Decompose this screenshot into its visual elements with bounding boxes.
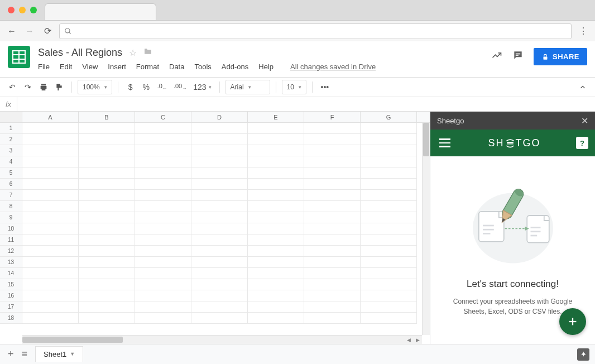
chevron-down-icon[interactable]: ▼ — [70, 351, 75, 357]
cell[interactable] — [79, 190, 135, 201]
cell[interactable] — [361, 123, 417, 134]
cell[interactable] — [304, 301, 361, 313]
cell[interactable] — [248, 123, 304, 134]
document-title[interactable]: Sales - All Regions — [38, 47, 122, 59]
cell[interactable] — [191, 246, 248, 257]
cell[interactable] — [248, 156, 304, 167]
scrollbar-thumb[interactable] — [22, 337, 123, 343]
save-status[interactable]: All changes saved in Drive — [290, 63, 376, 71]
cell[interactable] — [304, 290, 361, 301]
print-button[interactable] — [37, 80, 50, 94]
cell[interactable] — [248, 190, 304, 201]
cell[interactable] — [22, 279, 79, 290]
row-header[interactable]: 9 — [0, 212, 22, 223]
cell[interactable] — [135, 201, 191, 212]
col-header[interactable]: C — [135, 112, 191, 122]
comments-icon[interactable] — [512, 50, 524, 64]
cell[interactable] — [22, 313, 79, 324]
row-header[interactable]: 3 — [0, 145, 22, 156]
cell[interactable] — [79, 268, 135, 279]
cell[interactable] — [22, 268, 79, 279]
window-maximize-icon[interactable] — [30, 7, 37, 13]
col-header[interactable]: B — [79, 112, 135, 122]
select-all-corner[interactable] — [0, 112, 22, 122]
cell[interactable] — [135, 212, 191, 223]
cell[interactable] — [22, 156, 79, 167]
add-sheet-button[interactable]: + — [8, 348, 14, 360]
scroll-right-button[interactable]: ▶ — [413, 336, 422, 344]
cell[interactable] — [191, 156, 248, 167]
back-button[interactable]: ← — [6, 26, 18, 36]
cell[interactable] — [22, 179, 79, 190]
cell[interactable] — [79, 246, 135, 257]
cell[interactable] — [191, 167, 248, 179]
vertical-scrollbar[interactable] — [422, 123, 430, 335]
font-select[interactable]: Arial — [225, 80, 270, 94]
cell[interactable] — [304, 313, 361, 324]
more-toolbar-button[interactable]: ••• — [318, 80, 332, 94]
cell[interactable] — [22, 290, 79, 301]
row-header[interactable]: 12 — [0, 246, 22, 257]
redo-button[interactable]: ↷ — [21, 80, 35, 94]
row-header[interactable]: 7 — [0, 190, 22, 201]
cell[interactable] — [135, 223, 191, 234]
share-button[interactable]: SHARE — [534, 48, 587, 65]
window-close-icon[interactable] — [8, 7, 15, 13]
cell[interactable] — [248, 301, 304, 313]
star-icon[interactable]: ☆ — [129, 47, 137, 58]
cell[interactable] — [22, 257, 79, 268]
row-header[interactable]: 2 — [0, 134, 22, 145]
cell[interactable] — [135, 246, 191, 257]
cell[interactable] — [304, 246, 361, 257]
cell[interactable] — [248, 246, 304, 257]
cell[interactable] — [22, 123, 79, 134]
cell[interactable] — [22, 246, 79, 257]
cell[interactable] — [361, 246, 417, 257]
row-header[interactable]: 13 — [0, 257, 22, 268]
menu-edit[interactable]: Edit — [60, 63, 72, 71]
cell[interactable] — [79, 123, 135, 134]
cell[interactable] — [248, 134, 304, 145]
row-header[interactable]: 6 — [0, 179, 22, 190]
row-header[interactable]: 1 — [0, 123, 22, 134]
cell[interactable] — [304, 212, 361, 223]
cell[interactable] — [191, 290, 248, 301]
formula-input[interactable] — [17, 97, 589, 111]
percent-button[interactable]: % — [140, 80, 153, 94]
cell[interactable] — [135, 257, 191, 268]
sheet-tab-1[interactable]: Sheet1 ▼ — [35, 346, 83, 362]
cell[interactable] — [361, 145, 417, 156]
cell[interactable] — [79, 234, 135, 246]
menu-tools[interactable]: Tools — [194, 63, 211, 71]
cell[interactable] — [304, 201, 361, 212]
cell[interactable] — [135, 123, 191, 134]
paint-format-button[interactable] — [52, 80, 66, 94]
cell[interactable] — [361, 167, 417, 179]
cell[interactable] — [248, 234, 304, 246]
font-size-select[interactable]: 10 — [282, 80, 306, 94]
cell[interactable] — [135, 167, 191, 179]
cell[interactable] — [135, 268, 191, 279]
cell[interactable] — [191, 234, 248, 246]
col-header[interactable]: D — [191, 112, 248, 122]
cell[interactable] — [304, 156, 361, 167]
horizontal-scrollbar[interactable]: ◀ ▶ — [22, 335, 422, 344]
row-header[interactable]: 14 — [0, 268, 22, 279]
cell[interactable] — [361, 301, 417, 313]
decrease-decimal-button[interactable]: .0← — [155, 80, 169, 94]
help-button[interactable]: ? — [576, 137, 588, 149]
cell[interactable] — [191, 134, 248, 145]
cell[interactable] — [79, 201, 135, 212]
row-header[interactable]: 17 — [0, 301, 22, 313]
number-format-button[interactable]: 123 — [191, 80, 213, 94]
cell[interactable] — [191, 279, 248, 290]
cell[interactable] — [22, 167, 79, 179]
menu-view[interactable]: View — [82, 63, 98, 71]
cell[interactable] — [79, 301, 135, 313]
scrollbar-thumb[interactable] — [423, 123, 429, 156]
scroll-left-button[interactable]: ◀ — [404, 336, 413, 344]
browser-tab[interactable] — [45, 3, 156, 20]
increase-decimal-button[interactable]: .00→ — [171, 80, 189, 94]
menu-insert[interactable]: Insert — [108, 63, 126, 71]
cell[interactable] — [79, 179, 135, 190]
